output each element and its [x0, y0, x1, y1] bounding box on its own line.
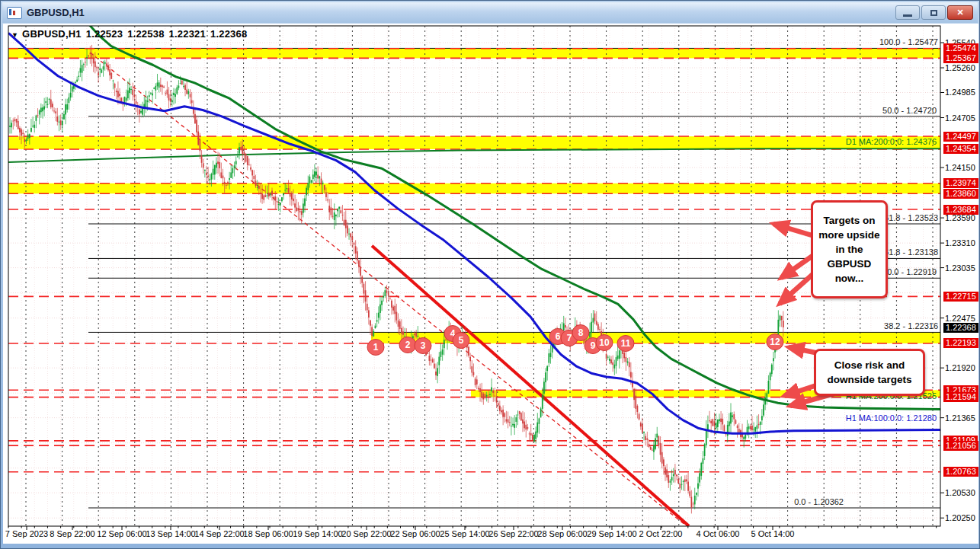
- support-resistance-zone[interactable]: [8, 184, 940, 193]
- numbered-marker-12[interactable]: 12: [767, 334, 783, 350]
- time-axis-label: 20 Sep 22:00: [341, 529, 391, 538]
- price-axis-label: 1.24705: [945, 113, 975, 123]
- numbered-marker-2[interactable]: 2: [399, 337, 416, 353]
- price-axis-label: 1.25260: [945, 63, 975, 72]
- ma-label: D1 MA:200:0:0: 1.24376: [846, 137, 937, 146]
- current-price-badge: 1.22368: [943, 323, 978, 333]
- price-axis-label: 1.21365: [945, 413, 975, 423]
- price-axis-label: 1.23310: [945, 238, 975, 247]
- price-level-badge: 1.21056: [943, 441, 978, 451]
- price-level-badge: 1.22193: [943, 338, 978, 348]
- time-axis-label: 4 Oct 06:00: [697, 529, 740, 538]
- ma-label: H1 MA:100:0:0: 1.21280: [846, 413, 937, 423]
- fib-level-label: 61.8 - 1.23138: [884, 247, 938, 257]
- numbered-marker-1[interactable]: 1: [367, 340, 384, 356]
- support-resistance-zone[interactable]: [8, 136, 940, 149]
- numbered-marker-10[interactable]: 10: [596, 335, 613, 351]
- callout-close-risk[interactable]: Close risk and downside targets: [814, 349, 925, 396]
- svg-text:6: 6: [556, 331, 561, 342]
- quote-header: ▼GBPUSD,H11.225231.225381.223211.22368: [11, 28, 251, 40]
- fib-level-label: 38.2 - 1.22316: [884, 321, 938, 330]
- svg-text:9: 9: [591, 340, 596, 351]
- header-close: 1.22368: [210, 28, 247, 40]
- price-axis-label: 1.24985: [945, 88, 975, 97]
- svg-text:5: 5: [459, 335, 464, 346]
- svg-text:2: 2: [405, 340, 411, 350]
- fib-level-label: 100.0 - 1.25477: [879, 37, 938, 46]
- header-open: 1.22523: [86, 28, 123, 40]
- price-level-badge: 1.23860: [943, 189, 978, 199]
- price-axis-label: 1.20530: [945, 488, 975, 497]
- time-axis-label: 8 Sep 22:00: [50, 529, 94, 538]
- svg-text:1: 1: [373, 342, 379, 353]
- price-level-badge: 1.25474: [943, 43, 978, 53]
- time-axis-label: 13 Sep 14:00: [146, 529, 195, 538]
- callout-upside-targets[interactable]: Targets on more upside in the GBPUSD now…: [811, 200, 888, 298]
- price-axis-label: 1.20250: [945, 513, 975, 522]
- header-high: 1.22538: [127, 28, 164, 40]
- time-axis-label: 28 Sep 06:00: [537, 529, 587, 538]
- d1-ma-200-line[interactable]: [8, 148, 940, 162]
- fib-level-label: 50.0 - 1.24720: [882, 106, 937, 115]
- svg-text:7: 7: [567, 333, 572, 343]
- support-resistance-zone[interactable]: [8, 49, 940, 59]
- numbered-marker-8[interactable]: 8: [572, 325, 589, 341]
- time-axis-label: 18 Sep 06:00: [243, 529, 293, 538]
- time-axis-label: 14 Sep 22:00: [194, 529, 244, 538]
- svg-text:12: 12: [770, 337, 780, 347]
- price-axis-label: 1.24150: [945, 163, 975, 172]
- price-level-badge: 1.22715: [943, 292, 978, 302]
- fib-level-label: 61.8 - 1.23523: [884, 213, 938, 222]
- price-level-badge: 1.24497: [943, 132, 978, 142]
- plot-area[interactable]: 100.0 - 1.2547750.0 - 1.2472061.8 - 1.23…: [8, 26, 940, 534]
- price-level-badge: 1.24354: [943, 144, 978, 154]
- time-axis-label: 5 Oct 14:00: [751, 529, 795, 538]
- numbered-marker-3[interactable]: 3: [415, 338, 431, 354]
- time-axis-label: 12 Sep 06:00: [97, 529, 146, 538]
- numbered-marker-11[interactable]: 11: [617, 336, 634, 352]
- header-low: 1.22321: [169, 28, 206, 40]
- time-axis-label: 25 Sep 14:00: [440, 529, 489, 538]
- price-axis-label: 1.23035: [945, 263, 975, 273]
- time-axis-label: 29 Sep 14:00: [587, 529, 636, 538]
- price-axis-label: 1.22475: [945, 314, 975, 323]
- price-level-badge: 1.21594: [943, 392, 978, 402]
- price-level-badge: 1.23684: [943, 205, 978, 215]
- header-symbol: GBPUSD,H1: [22, 28, 82, 40]
- price-axis-label: 1.21920: [945, 363, 975, 372]
- price-axis[interactable]: 1.255401.252601.249851.247051.241501.235…: [943, 24, 980, 526]
- price-axis-label: 1.23590: [945, 213, 975, 222]
- price-level-badge: 1.25367: [943, 53, 978, 63]
- time-axis-label: 2 Oct 22:00: [639, 529, 683, 538]
- fib-level-label: 50.0 - 1.22919: [882, 267, 937, 276]
- fib-level-label: 0.0 - 1.20362: [794, 497, 844, 506]
- time-axis-label: 19 Sep 14:00: [293, 529, 342, 538]
- time-axis[interactable]: 7 Sep 20238 Sep 22:0012 Sep 06:0013 Sep …: [1, 528, 946, 543]
- svg-text:3: 3: [421, 340, 426, 351]
- price-level-badge: 1.20763: [943, 467, 978, 477]
- price-level-badge: 1.23974: [943, 178, 978, 188]
- time-axis-label: 22 Sep 06:00: [390, 529, 440, 538]
- chevron-down-icon[interactable]: ▼: [11, 31, 18, 39]
- svg-text:8: 8: [578, 327, 584, 338]
- numbered-marker-5[interactable]: 5: [453, 333, 469, 349]
- svg-text:11: 11: [621, 338, 631, 349]
- time-axis-label: 26 Sep 22:00: [488, 529, 538, 538]
- time-axis-label: 7 Sep 2023: [5, 529, 48, 538]
- chart-window: GBPUSD,H1 ✕ 100.0 - 1.2547750.0 - 1.2472…: [0, 0, 980, 549]
- svg-text:10: 10: [599, 337, 610, 348]
- trendline-dashed[interactable]: [90, 53, 696, 533]
